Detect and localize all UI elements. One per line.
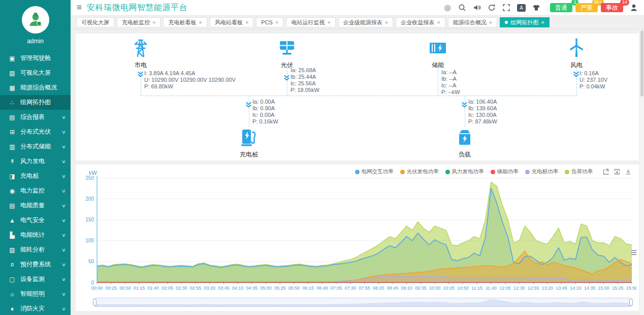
chart-legend: 电网交互功率光伏发电功率风力发电功率储能功率充电桩功率负荷功率 (355, 168, 632, 175)
node-label: 风电 (554, 61, 599, 70)
topology-node-charger[interactable]: 充电桩 (226, 127, 272, 159)
drag-handle-icon[interactable] (631, 249, 636, 256)
close-icon[interactable]: × (437, 20, 440, 25)
sidebar-item-distributed-storage[interactable]: ▥分布式储能∨ (0, 139, 71, 154)
legend-dot-icon (565, 170, 569, 174)
close-icon[interactable]: × (199, 20, 202, 25)
fullscreen-icon[interactable] (502, 4, 510, 12)
user-icon[interactable] (630, 4, 638, 12)
topology-node-load[interactable]: 负载 (442, 127, 488, 159)
legend-item[interactable]: 风力发电功率 (445, 168, 484, 175)
sidebar-item-charging-pile[interactable]: ◨充电桩∨ (0, 169, 71, 183)
legend-item[interactable]: 储能功率 (491, 168, 519, 175)
legend-label: 充电桩功率 (532, 168, 559, 175)
save-image-icon[interactable] (625, 168, 632, 175)
wind-turbine-icon (554, 38, 599, 60)
scrollbar-thumb[interactable] (640, 30, 643, 97)
sidebar-item-label: 预付费系统 (20, 260, 51, 269)
tab-visual-screen[interactable]: 可视化大屏 (76, 17, 114, 27)
tab-station-monitor[interactable]: 电站运行监视× (286, 17, 335, 27)
close-icon[interactable]: × (245, 20, 248, 25)
tab-energy-overview[interactable]: 能源综合概况× (448, 17, 497, 27)
topology-node-pv[interactable]: 光伏 (264, 38, 310, 70)
tab-label: 电站运行监视 (291, 19, 325, 26)
svg-text:02:30: 02:30 (176, 286, 187, 291)
search-icon[interactable] (458, 4, 466, 12)
legend-item[interactable]: 负荷功率 (565, 168, 593, 175)
svg-text:10:00: 10:00 (429, 286, 441, 291)
svg-text:03:20: 03:20 (204, 286, 215, 291)
node-readings-grid: I: 3.89A 4.19A 4.45AU: 10290.00V 10290.0… (144, 70, 236, 90)
datazoom-left-handle[interactable] (93, 299, 96, 306)
close-icon[interactable]: × (541, 20, 544, 25)
close-icon[interactable]: × (327, 20, 330, 25)
tab-enterprise-revenue-report[interactable]: 企业收益报表× (396, 17, 445, 27)
topology-node-ess[interactable]: 储能 (415, 38, 461, 70)
close-icon[interactable]: × (489, 20, 492, 25)
alarm-normal-button[interactable]: 普通2 (550, 3, 572, 12)
sidebar-item-network-topology[interactable]: ∴组网拓扑图 (0, 95, 71, 110)
topology-connector (249, 96, 249, 127)
volume-icon[interactable] (473, 4, 481, 12)
svg-text:07:30: 07:30 (345, 286, 357, 291)
datazoom-right-handle[interactable] (629, 299, 633, 306)
reading-line: P: 69.80kW (144, 83, 236, 90)
sidebar-item-wind-power[interactable]: ↟风力发电∨ (0, 154, 71, 169)
tab-pcs[interactable]: PCS× (256, 17, 283, 27)
close-icon[interactable]: × (152, 20, 155, 25)
text-size-icon[interactable]: A (517, 4, 526, 12)
avatar[interactable] (22, 6, 49, 34)
sidebar-item-energy-statistics[interactable]: ▙电能统计∨ (0, 228, 71, 242)
reading-line: Ic: 25.56A (291, 80, 319, 87)
sidebar-item-power-quality[interactable]: ▤电能质量∨ (0, 198, 71, 213)
sidebar-item-electrical-safety[interactable]: ▲电气安全∨ (0, 213, 71, 228)
refresh-chart-icon[interactable] (614, 168, 621, 175)
tab-bar: 可视化大屏充电桩监控×充电桩看板×风电站看板×PCS×电站运行监视×企业级能源报… (71, 16, 644, 29)
refresh-icon[interactable] (488, 4, 496, 12)
scrollbar[interactable] (640, 29, 644, 315)
zoom-restore-icon[interactable] (602, 168, 609, 175)
sidebar-item-distributed-pv[interactable]: ⊞分布式光伏∨ (0, 124, 71, 139)
tab-label: 企业收益报表 (401, 19, 434, 26)
close-icon[interactable]: × (275, 20, 278, 25)
reading-line: Ia: 106.40A (468, 99, 497, 105)
svg-text:08:45: 08:45 (387, 286, 399, 291)
report-icon: ▤ (8, 114, 16, 121)
svg-text:05:50: 05:50 (288, 286, 300, 291)
sidebar-item-energy-overview[interactable]: ▦能源综合概况 (0, 80, 71, 95)
tab-charging-monitor[interactable]: 充电桩监控× (117, 17, 160, 27)
sidebar-item-comprehensive-reports[interactable]: ▤综合报表∨ (0, 110, 71, 124)
sidebar-item-smart-lighting[interactable]: ☼智能照明∨ (0, 287, 71, 301)
alarm-severe-button[interactable]: 严重99+ (575, 3, 598, 12)
power-tower-icon (118, 38, 164, 60)
node-label: 负载 (442, 150, 488, 159)
chart-toolbox (602, 168, 632, 175)
topology-node-grid[interactable]: 市电 (118, 38, 164, 70)
sidebar-item-device-monitoring[interactable]: ▢设备监测∨ (0, 272, 71, 287)
tab-charging-board[interactable]: 充电桩看板× (163, 17, 207, 27)
sidebar-toggle-icon[interactable]: ≡ (77, 3, 82, 13)
sidebar-item-management-cockpit[interactable]: ▣管理驾驶舱 (0, 51, 71, 66)
tab-enterprise-energy-report[interactable]: 企业级能源报表× (338, 17, 393, 27)
power-curve-chart[interactable]: 05010015020025000:0000:2500:5001:1501:40… (80, 174, 637, 295)
sidebar-item-power-monitoring[interactable]: ◉电力监控∨ (0, 183, 71, 198)
sidebar-item-fire-safety[interactable]: ♦消防火灾∨ (0, 301, 71, 315)
sidebar-item-visual-screen[interactable]: ▨可视化大屏 (0, 66, 71, 80)
chevron-down-icon: ∨ (61, 233, 66, 238)
legend-item[interactable]: 充电桩功率 (525, 168, 559, 175)
bullseye-icon[interactable]: ◎ (443, 4, 452, 12)
tab-wind-station-board[interactable]: 风电站看板× (210, 17, 253, 27)
app-title: 安科瑞微电网智慧能源平台 (87, 3, 187, 13)
legend-item[interactable]: 电网交互功率 (355, 168, 394, 175)
tab-network-topology[interactable]: 组网拓扑图× (500, 17, 549, 27)
theme-shirt-icon[interactable] (532, 4, 540, 12)
alarm-accident-button[interactable]: 事故14 (601, 3, 623, 12)
sidebar-item-prepaid-system[interactable]: ¤预付费系统∨ (0, 257, 71, 272)
close-icon[interactable]: × (385, 20, 388, 25)
worker-avatar-icon (27, 11, 44, 28)
legend-item[interactable]: 光伏发电功率 (400, 168, 439, 175)
datazoom-slider[interactable] (94, 298, 632, 307)
topology-node-wind[interactable]: 风电 (554, 38, 599, 70)
sidebar-item-energy-analysis[interactable]: ▧能耗分析∨ (0, 242, 71, 257)
tab-label: PCS (261, 19, 273, 25)
